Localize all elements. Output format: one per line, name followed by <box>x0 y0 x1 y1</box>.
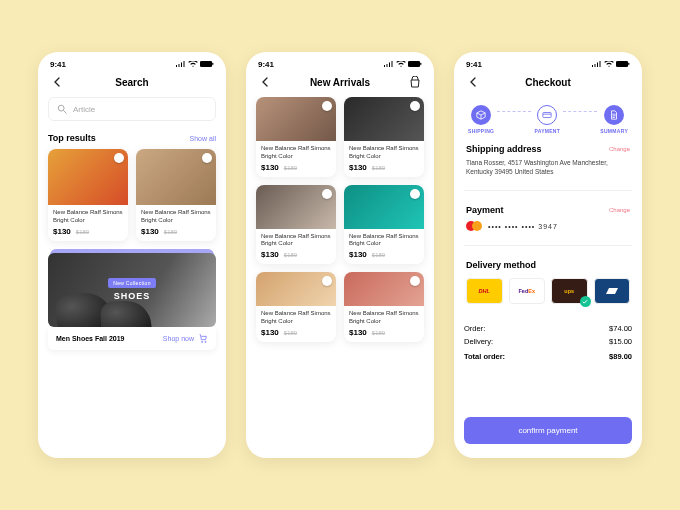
svg-rect-5 <box>616 61 628 67</box>
summary-row-delivery: Delivery:$15.00 <box>464 335 632 348</box>
bag-button[interactable] <box>408 75 422 89</box>
product-name: New Balance Raff Simons Bright Color <box>256 141 336 163</box>
step-connector <box>497 111 531 112</box>
checkout-screen: 9:41 Checkout SHIPPING PAYMENT SUMMARY <box>454 52 642 458</box>
page-title: New Arrivals <box>272 77 408 88</box>
delivery-section: Delivery method DHL FedEx ups <box>464 254 632 310</box>
checkout-stepper: SHIPPING PAYMENT SUMMARY <box>464 97 632 138</box>
search-input[interactable]: Article <box>48 97 216 121</box>
product-name: New Balance Raff Simons Bright Color <box>136 205 216 227</box>
carrier-grid: DHL FedEx ups <box>466 278 630 304</box>
favorite-icon[interactable] <box>322 101 332 111</box>
favorite-icon[interactable] <box>410 101 420 111</box>
shop-now-button[interactable]: Shop now <box>163 333 208 344</box>
price-row: $130$180 <box>256 328 336 342</box>
new-arrivals-screen: 9:41 New Arrivals New Balance Raff Simon… <box>246 52 434 458</box>
signal-icon <box>592 61 602 68</box>
shipping-label: Shipping address <box>466 144 542 154</box>
price: $130 <box>349 163 367 172</box>
top-results-label: Top results <box>48 133 96 143</box>
header: Search <box>38 71 226 97</box>
favorite-icon[interactable] <box>410 189 420 199</box>
status-time: 9:41 <box>466 60 482 69</box>
svg-rect-0 <box>200 61 212 67</box>
carrier-fedex[interactable]: FedEx <box>509 278 546 304</box>
product-row: New Balance Raff Simons Bright Color $13… <box>48 149 216 241</box>
product-name: New Balance Raff Simons Bright Color <box>256 306 336 328</box>
product-image <box>256 272 336 306</box>
step-summary[interactable]: SUMMARY <box>600 105 628 134</box>
search-screen: 9:41 Search Article Top results Show all… <box>38 52 226 458</box>
header: New Arrivals <box>246 71 434 97</box>
product-image <box>344 185 424 229</box>
status-icons <box>384 61 422 68</box>
product-card[interactable]: New Balance Raff Simons Bright Color $13… <box>136 149 216 241</box>
product-card[interactable]: New Balance Raff Simons Bright Color$130… <box>344 97 424 177</box>
price: $130 <box>261 163 279 172</box>
header: Checkout <box>454 71 642 97</box>
show-all-link[interactable]: Show all <box>190 135 216 142</box>
battery-icon <box>616 61 630 68</box>
banner-image: New Collection SHOES <box>48 253 216 327</box>
payment-section: Payment Change •••• •••• •••• 3947 <box>464 199 632 237</box>
price-old: $180 <box>164 229 177 235</box>
status-icons <box>592 61 630 68</box>
product-card[interactable]: New Balance Raff Simons Bright Color$130… <box>344 272 424 342</box>
shop-now-label: Shop now <box>163 335 194 342</box>
product-name: New Balance Raff Simons Bright Color <box>344 306 424 328</box>
step-label: SUMMARY <box>600 128 628 134</box>
order-summary: Order:$74.00 Delivery:$15.00 Total order… <box>464 322 632 363</box>
price-old: $180 <box>372 165 385 171</box>
svg-rect-4 <box>420 63 421 65</box>
price-row: $130$180 <box>48 227 128 241</box>
search-icon <box>57 104 67 114</box>
banner-badge: New Collection <box>108 278 156 288</box>
change-address-link[interactable]: Change <box>609 146 630 152</box>
product-card[interactable]: New Balance Raff Simons Bright Color$130… <box>256 97 336 177</box>
usps-logo <box>605 286 619 296</box>
product-image <box>344 97 424 141</box>
product-card[interactable]: New Balance Raff Simons Bright Color $13… <box>48 149 128 241</box>
carrier-dhl[interactable]: DHL <box>466 278 503 304</box>
carrier-ups[interactable]: ups <box>551 278 588 304</box>
status-bar: 9:41 <box>246 52 434 71</box>
status-time: 9:41 <box>50 60 66 69</box>
favorite-icon[interactable] <box>322 276 332 286</box>
confirm-payment-button[interactable]: confirm payment <box>464 417 632 444</box>
banner-footer: Men Shoes Fall 2019 Shop now <box>48 327 216 350</box>
favorite-icon[interactable] <box>322 189 332 199</box>
order-value: $74.00 <box>609 324 632 333</box>
product-card[interactable]: New Balance Raff Simons Bright Color$130… <box>256 185 336 265</box>
back-button[interactable] <box>466 75 480 89</box>
back-button[interactable] <box>258 75 272 89</box>
price-row: $130$180 <box>256 250 336 264</box>
header-spacer <box>616 75 630 89</box>
total-value: $89.00 <box>609 352 632 361</box>
step-payment[interactable]: PAYMENT <box>534 105 560 134</box>
status-time: 9:41 <box>258 60 274 69</box>
carrier-usps[interactable] <box>594 278 631 304</box>
status-bar: 9:41 <box>454 52 642 71</box>
product-card[interactable]: New Balance Raff Simons Bright Color$130… <box>344 185 424 265</box>
content: SHIPPING PAYMENT SUMMARY Shipping addres… <box>454 97 642 458</box>
favorite-icon[interactable] <box>410 276 420 286</box>
svg-point-2 <box>58 105 64 111</box>
promo-banner[interactable]: New Collection SHOES Men Shoes Fall 2019… <box>48 253 216 350</box>
product-card[interactable]: New Balance Raff Simons Bright Color$130… <box>256 272 336 342</box>
delivery-label: Delivery method <box>466 260 630 270</box>
price-old: $180 <box>284 252 297 258</box>
change-payment-link[interactable]: Change <box>609 207 630 213</box>
shoe-icon <box>100 300 152 327</box>
total-label: Total order: <box>464 352 505 361</box>
banner-title: SHOES <box>114 291 151 301</box>
back-button[interactable] <box>50 75 64 89</box>
price-row: $130$180 <box>344 328 424 342</box>
svg-rect-6 <box>628 63 629 65</box>
step-shipping[interactable]: SHIPPING <box>468 105 494 134</box>
step-label: PAYMENT <box>534 128 560 134</box>
favorite-icon[interactable] <box>202 153 212 163</box>
favorite-icon[interactable] <box>114 153 124 163</box>
signal-icon <box>384 61 394 68</box>
order-label: Order: <box>464 324 485 333</box>
svg-rect-3 <box>408 61 420 67</box>
